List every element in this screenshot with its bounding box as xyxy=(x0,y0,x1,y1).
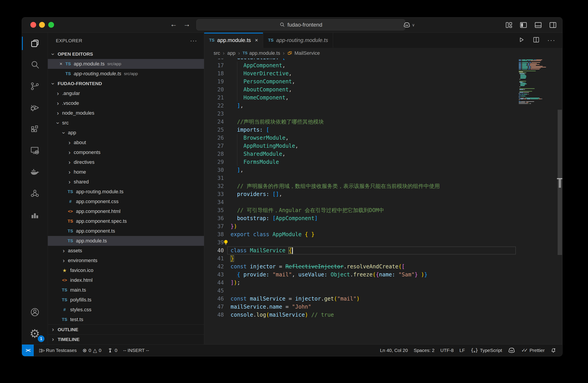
search-icon xyxy=(279,22,285,28)
status-radio-tower[interactable]: 0 xyxy=(104,344,120,356)
minimize-window-button[interactable] xyxy=(39,22,45,28)
folder-environments[interactable]: ›environments xyxy=(48,256,204,265)
breadcrumb-src[interactable]: src xyxy=(213,50,220,56)
close-icon[interactable]: × xyxy=(58,61,64,67)
activity-bar-chart-icon[interactable] xyxy=(22,204,48,226)
open-editor-label: app-routing.module.ts xyxy=(74,71,121,77)
ts-blue-file-icon: TS xyxy=(64,62,72,66)
split-editor-button[interactable] xyxy=(533,36,540,44)
folder-node_modules[interactable]: ›node_modules xyxy=(48,108,204,118)
file-styles.css[interactable]: #styles.css xyxy=(48,305,204,315)
folder-.angular[interactable]: ›.angular xyxy=(48,88,204,98)
copilot-menu[interactable]: ∨ xyxy=(403,18,415,33)
tab-app-routing.module.ts[interactable]: TSapp-routing.module.ts xyxy=(263,33,333,48)
html-file-icon: <> xyxy=(61,278,68,283)
ts-blue-file-icon: TS xyxy=(64,71,72,76)
status-utf-8[interactable]: UTF-8 xyxy=(438,344,457,356)
back-button[interactable]: ← xyxy=(170,20,177,28)
breadcrumb-app[interactable]: app xyxy=(227,50,235,56)
file-app.module.ts[interactable]: TSapp.module.ts xyxy=(48,236,204,246)
tab-label: app-routing.module.ts xyxy=(276,37,328,43)
file-test.ts[interactable]: TStest.ts xyxy=(48,315,204,324)
activity-accounts-icon[interactable] xyxy=(22,301,48,323)
folder-src[interactable]: ›src xyxy=(48,118,204,128)
status-copilot[interactable] xyxy=(505,344,518,356)
ts-file-icon: TS xyxy=(209,38,214,43)
file-index.html[interactable]: <>index.html xyxy=(48,275,204,285)
minimap[interactable] xyxy=(517,59,557,344)
status-bell-dot[interactable] xyxy=(547,344,559,356)
activity-search-icon[interactable] xyxy=(22,54,48,76)
activity-explorer-icon[interactable] xyxy=(22,33,48,54)
activity-source-control-icon[interactable] xyxy=(22,76,48,97)
activity-remote-explorer-icon[interactable] xyxy=(22,140,48,161)
open-editor-app.module.ts[interactable]: ×TSapp.module.tssrc/app xyxy=(48,59,204,69)
activity-circles-network-icon[interactable] xyxy=(22,183,48,204)
vertical-scrollbar[interactable] xyxy=(557,59,563,344)
toggle-panel-icon[interactable] xyxy=(534,21,542,29)
status-ln-40-col-20[interactable]: Ln 40, Col 20 xyxy=(377,344,411,356)
status-lf[interactable]: LF xyxy=(457,344,468,356)
file-app.component.css[interactable]: #app.component.css xyxy=(48,197,204,207)
activity-extensions-icon[interactable] xyxy=(22,118,48,140)
folder-home[interactable]: ›home xyxy=(48,167,204,177)
line-number: 36 xyxy=(204,214,224,222)
toggle-secondary-sidebar-icon[interactable] xyxy=(549,21,557,29)
code-editor[interactable]: 16 declarations: [17 AppComponent,18 Hov… xyxy=(204,59,517,344)
breadcrumb-MailService[interactable]: MailService xyxy=(287,50,320,56)
folder-.vscode[interactable]: ›.vscode xyxy=(48,98,204,108)
line-number: 27 xyxy=(204,142,224,150)
file-app.component.spec.ts[interactable]: TSapp.component.spec.ts xyxy=(48,216,204,226)
folder-assets[interactable]: ›assets xyxy=(48,246,204,256)
file-polyfills.ts[interactable]: TSpolyfills.ts xyxy=(48,295,204,305)
tree-item-label: environments xyxy=(68,258,97,263)
status-prettier[interactable]: ✓✓Prettier xyxy=(518,344,547,356)
line-number: 35 xyxy=(204,206,224,214)
status-error[interactable]: ⊗0△0 xyxy=(80,344,104,356)
run-button[interactable] xyxy=(518,36,525,44)
folder-about[interactable]: ›about xyxy=(48,138,204,148)
tab-app.module.ts[interactable]: TSapp.module.ts× xyxy=(204,33,263,48)
code-line-16: 16 declarations: [ xyxy=(204,59,517,62)
forward-button[interactable]: → xyxy=(183,20,190,28)
close-icon[interactable]: × xyxy=(255,37,258,43)
open-editors-header[interactable]: › OPEN EDITORS xyxy=(48,49,204,59)
timeline-header[interactable]: › TIMELINE xyxy=(48,334,204,344)
line-number: 18 xyxy=(204,69,224,78)
folder-app[interactable]: ›app xyxy=(48,128,204,138)
open-editor-app-routing.module.ts[interactable]: TSapp-routing.module.tssrc/app xyxy=(48,69,204,79)
more-actions-icon[interactable]: ··· xyxy=(547,37,556,44)
chevron-down-icon: ∨ xyxy=(412,22,415,27)
folder-shared[interactable]: ›shared xyxy=(48,177,204,187)
toggle-primary-sidebar-icon[interactable] xyxy=(519,21,527,29)
customize-layout-icon[interactable] xyxy=(505,21,513,29)
activity-docker-icon[interactable] xyxy=(22,161,48,183)
more-actions-icon[interactable]: ··· xyxy=(190,37,197,44)
file-main.ts[interactable]: TSmain.ts xyxy=(48,285,204,295)
file-app-routing.module.ts[interactable]: TSapp-routing.module.ts xyxy=(48,187,204,197)
ts-blue-file-icon: TS xyxy=(66,229,74,234)
status--insert-[interactable]: -- INSERT -- xyxy=(120,344,152,356)
outline-header[interactable]: › OUTLINE xyxy=(48,324,204,334)
line-number: 40 xyxy=(204,246,224,255)
close-window-button[interactable] xyxy=(30,22,36,28)
project-header[interactable]: › FUDAO-FRONTEND xyxy=(48,79,204,88)
zoom-window-button[interactable] xyxy=(48,22,54,28)
folder-directives[interactable]: ›directives xyxy=(48,157,204,167)
breadcrumb-app.module.ts[interactable]: TSapp.module.ts xyxy=(243,50,280,56)
status-run-all[interactable]: ▷▷Run Testcases xyxy=(36,344,80,356)
activity-settings-icon[interactable]: ⚙1 xyxy=(22,323,48,344)
activity-run-debug-icon[interactable] xyxy=(22,97,48,118)
search-input[interactable]: fudao-frontend xyxy=(196,19,405,30)
file-app.component.ts[interactable]: TSapp.component.ts xyxy=(48,226,204,236)
code-line-45: 45 xyxy=(204,287,517,295)
status-remote[interactable]: >< xyxy=(22,344,34,356)
status-typescript[interactable]: {⊗}TypeScript xyxy=(468,344,505,356)
file-app.component.html[interactable]: <>app.component.html xyxy=(48,207,204,216)
tree-item-label: about xyxy=(74,140,86,146)
overview-cursor-marker-stem xyxy=(559,179,561,188)
file-favicon.ico[interactable]: ★favicon.ico xyxy=(48,265,204,275)
folder-components[interactable]: ›components xyxy=(48,148,204,157)
line-number: 24 xyxy=(204,118,224,126)
status-spaces-2[interactable]: Spaces: 2 xyxy=(411,344,438,356)
